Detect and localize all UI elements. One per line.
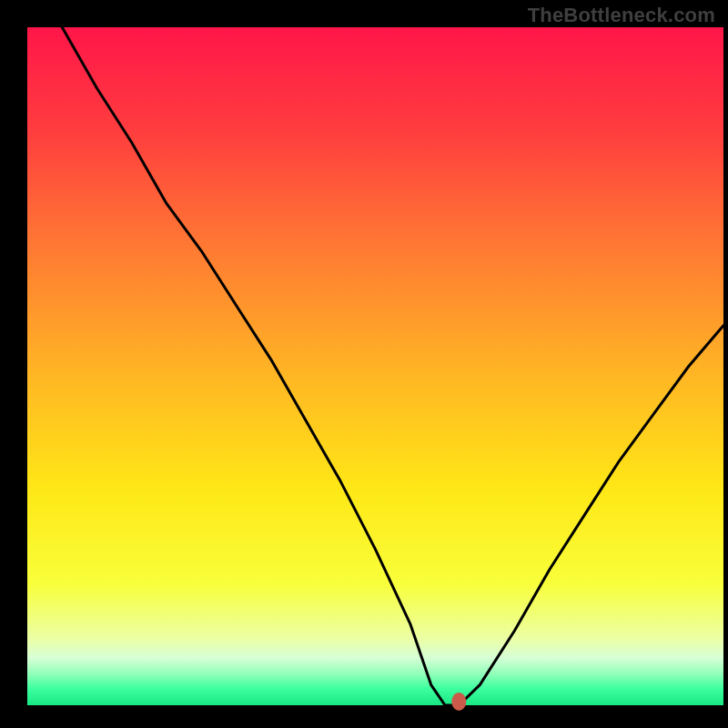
optimum-marker — [451, 693, 466, 711]
plot-background — [27, 27, 723, 705]
watermark-text: TheBottleneck.com — [528, 4, 715, 27]
chart-container: TheBottleneck.com — [0, 0, 728, 728]
bottleneck-chart — [0, 0, 728, 728]
